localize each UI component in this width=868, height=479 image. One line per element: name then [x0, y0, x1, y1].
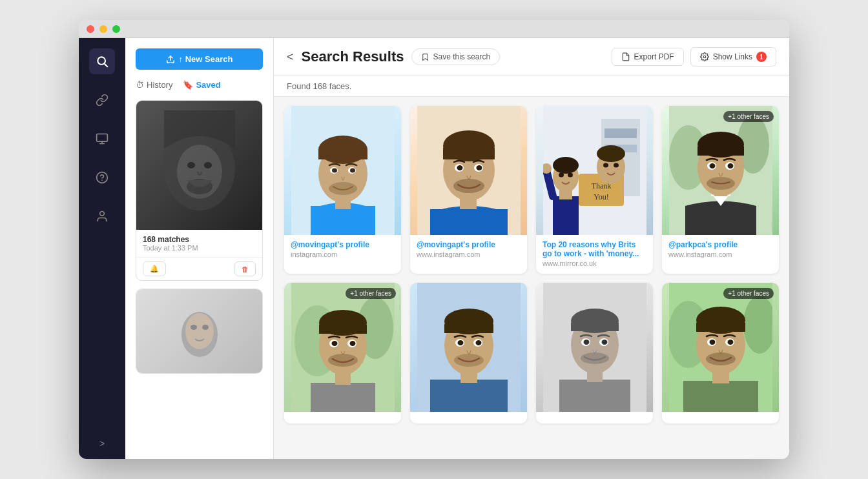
svg-rect-99 [559, 380, 630, 412]
svg-point-97 [454, 354, 484, 367]
header-right: Export PDF Show Links 1 [612, 47, 776, 66]
result-card-3[interactable]: Thank You! Top 20 reasons w [536, 106, 653, 274]
result-card-link-3[interactable]: Top 20 reasons why Brits go to work - wi… [542, 240, 646, 258]
close-button[interactable] [87, 25, 94, 33]
search-card-date: Today at 1:33 PM [143, 244, 256, 252]
result-card-2[interactable]: @movingapt's profile www.instagram.com [410, 106, 527, 274]
bookmark-save-icon [421, 53, 429, 61]
search-result-card-1[interactable]: 168 matches Today at 1:33 PM 🔔 🗑 [136, 100, 263, 281]
search-card-image-2 [136, 289, 262, 373]
svg-point-73 [707, 177, 735, 190]
result-card-7[interactable] [536, 283, 653, 423]
svg-point-71 [709, 163, 715, 168]
svg-point-12 [204, 162, 212, 168]
sidebar-item-links[interactable] [89, 87, 115, 113]
sidebar-expand[interactable]: > [99, 438, 105, 449]
export-pdf-button[interactable]: Export PDF [612, 48, 684, 66]
svg-point-107 [601, 340, 607, 345]
sidebar-item-user[interactable] [89, 203, 115, 229]
result-card-source-3: www.mirror.co.uk [542, 260, 646, 267]
svg-point-85 [349, 341, 355, 346]
svg-line-1 [105, 64, 108, 67]
back-button[interactable]: < [287, 50, 294, 64]
svg-point-95 [457, 340, 463, 345]
sidebar: > [79, 38, 125, 459]
svg-rect-2 [97, 134, 108, 142]
svg-rect-77 [311, 383, 375, 412]
sidebar-item-help[interactable] [89, 165, 115, 190]
search-result-card-2[interactable] [136, 289, 263, 374]
delete-button[interactable]: 🗑 [234, 261, 256, 276]
bell-button[interactable]: 🔔 [143, 261, 166, 276]
result-card-info-6 [410, 412, 527, 423]
svg-point-72 [727, 163, 733, 168]
svg-point-39 [476, 165, 482, 170]
results-count: Found 168 faces. [274, 76, 789, 97]
results-grid-container[interactable]: @movingapt's profile instagram.com [274, 97, 789, 459]
svg-point-59 [614, 163, 619, 168]
result-card-link-1[interactable]: @movingapt's profile [291, 240, 395, 249]
result-card-image-1 [284, 106, 401, 235]
result-card-info-3: Top 20 reasons why Brits go to work - wi… [536, 235, 653, 274]
svg-rect-81 [319, 325, 367, 334]
result-card-info-1: @movingapt's profile instagram.com [284, 235, 401, 265]
svg-rect-112 [683, 381, 758, 412]
history-icon: ⏱ [136, 80, 144, 90]
svg-point-119 [709, 340, 715, 345]
svg-point-28 [350, 168, 355, 173]
result-card-1[interactable]: @movingapt's profile instagram.com [284, 106, 401, 274]
svg-point-86 [328, 354, 358, 367]
app-window: > ↑ New Search ⏱ History 🔖 S [79, 20, 789, 459]
tab-history[interactable]: ⏱ History [136, 80, 172, 90]
result-card-link-2[interactable]: @movingapt's profile [417, 240, 521, 249]
gear-icon [700, 52, 709, 61]
result-card-5[interactable]: +1 other faces [284, 283, 401, 423]
svg-point-40 [453, 179, 484, 193]
result-card-source-4: www.instagram.com [668, 250, 772, 258]
other-faces-badge-5: +1 other faces [346, 288, 396, 299]
show-links-button[interactable]: Show Links 1 [690, 47, 776, 66]
result-card-link-4[interactable]: @parkpca's profile [668, 240, 772, 249]
svg-point-84 [331, 341, 337, 346]
svg-rect-68 [698, 147, 744, 156]
result-card-info-4: @parkpca's profile www.instagram.com [662, 235, 779, 265]
result-card-8[interactable]: +1 other faces [662, 283, 779, 423]
svg-point-16 [191, 325, 197, 330]
bookmark-icon: 🔖 [183, 80, 193, 90]
minimize-button[interactable] [99, 25, 107, 33]
svg-rect-24 [318, 150, 367, 159]
result-card-6[interactable] [410, 283, 527, 423]
svg-point-108 [581, 352, 609, 364]
svg-text:You!: You! [594, 192, 608, 201]
result-card-source-2: www.instagram.com [417, 250, 521, 258]
svg-point-48 [553, 157, 579, 174]
tab-saved[interactable]: 🔖 Saved [183, 80, 220, 90]
pdf-icon [621, 52, 630, 61]
svg-point-15 [185, 313, 214, 349]
result-card-source-1: instagram.com [291, 250, 395, 258]
svg-rect-92 [444, 324, 493, 333]
titlebar [79, 20, 789, 38]
svg-point-7 [100, 212, 105, 216]
other-faces-badge-4: +1 other faces [723, 111, 774, 122]
result-card-image-3: Thank You! [536, 106, 653, 235]
maximize-button[interactable] [112, 25, 120, 33]
sidebar-item-monitor[interactable] [89, 126, 115, 152]
result-card-image-6 [410, 283, 527, 412]
sidebar-item-search[interactable] [89, 48, 115, 74]
result-card-image-4: +1 other faces [662, 106, 779, 235]
svg-point-106 [583, 340, 589, 345]
svg-rect-88 [430, 380, 508, 412]
svg-point-58 [603, 163, 608, 168]
svg-rect-20 [311, 206, 375, 235]
save-search-button[interactable]: Save this search [411, 48, 500, 65]
svg-rect-45 [553, 196, 579, 235]
results-grid: @movingapt's profile instagram.com [284, 106, 779, 423]
result-card-4[interactable]: +1 other faces [662, 106, 779, 274]
result-card-image-8: +1 other faces [662, 283, 779, 412]
app-body: > ↑ New Search ⏱ History 🔖 S [79, 38, 789, 459]
svg-point-120 [727, 340, 733, 345]
svg-point-18 [703, 56, 706, 58]
result-card-info-5 [284, 412, 401, 423]
new-search-button[interactable]: ↑ New Search [136, 48, 263, 70]
